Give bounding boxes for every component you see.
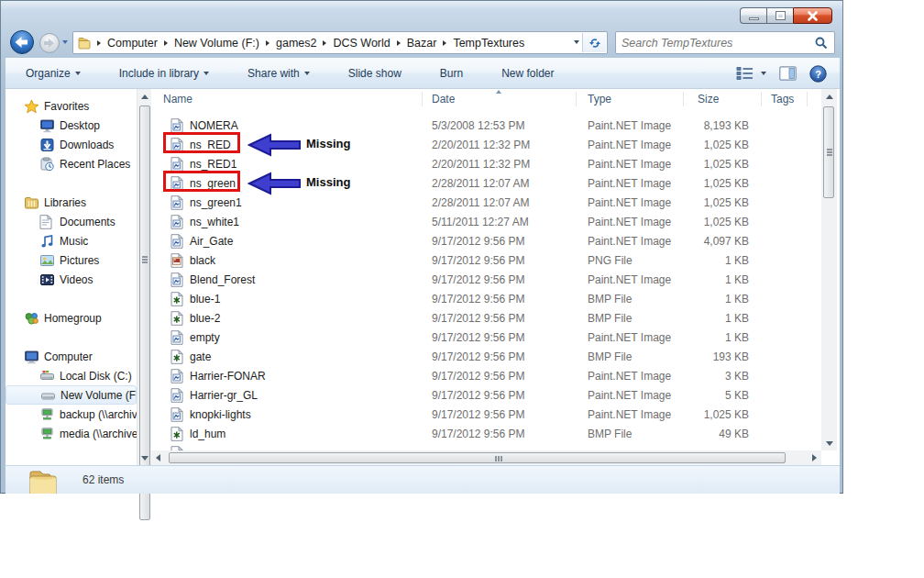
refresh-button[interactable] bbox=[582, 33, 606, 52]
pictures-icon bbox=[39, 253, 55, 268]
file-row[interactable]: ns_RED2/20/2011 12:32 PMPaint.NET Image1… bbox=[150, 135, 821, 154]
file-name: ns_white1 bbox=[190, 216, 239, 228]
documents-icon bbox=[39, 215, 55, 229]
column-header-name[interactable]: Name bbox=[150, 91, 423, 107]
breadcrumb-item[interactable]: TempTextures bbox=[448, 37, 529, 50]
sidebar-group-libraries[interactable]: Libraries bbox=[6, 193, 137, 212]
file-size: 3 KB bbox=[684, 370, 762, 383]
sidebar-item-label: Music bbox=[60, 235, 88, 248]
file-row[interactable]: empty9/17/2012 9:56 PMPaint.NET Image1 K… bbox=[150, 328, 821, 347]
list-horizontal-scrollbar[interactable] bbox=[150, 450, 821, 465]
list-vertical-scrollbar[interactable] bbox=[821, 89, 837, 450]
breadcrumb-item[interactable]: New Volume (F:) bbox=[170, 37, 264, 50]
sidebar-group-gap bbox=[6, 443, 137, 462]
address-dropdown-icon[interactable] bbox=[574, 40, 579, 44]
breadcrumb-item[interactable]: games2 bbox=[271, 37, 321, 50]
views-dropdown-icon bbox=[761, 72, 766, 75]
file-name: ns_green1 bbox=[190, 196, 242, 209]
file-name: Harrier-gr_GL bbox=[190, 389, 258, 402]
sidebar-item-documents[interactable]: Documents bbox=[6, 212, 137, 231]
file-name: knopki-lights bbox=[190, 408, 251, 421]
sidebar-item-pictures[interactable]: Pictures bbox=[6, 250, 137, 270]
sidebar-item-music[interactable]: Music bbox=[6, 231, 137, 250]
forward-button[interactable] bbox=[38, 32, 60, 54]
scroll-right-icon[interactable] bbox=[812, 454, 817, 461]
toolbar-button-slide-show[interactable]: Slide show bbox=[339, 62, 411, 84]
sidebar-item-label: Local Disk (C:) bbox=[60, 370, 132, 383]
sidebar-item-label: Recent Places bbox=[60, 158, 130, 171]
file-row[interactable]: ld_hum9/17/2012 9:56 PMBMP File49 KB bbox=[150, 424, 821, 443]
column-header-type[interactable]: Type bbox=[577, 91, 684, 107]
navigation-bar: ComputerNew Volume (F:)games2DCS WorldBa… bbox=[1, 27, 842, 58]
search-icon[interactable] bbox=[815, 37, 828, 50]
sidebar-item-media-archive[interactable]: media (\\archive bbox=[6, 424, 137, 443]
sidebar-item-desktop[interactable]: Desktop bbox=[6, 116, 137, 135]
file-name: ld_hum bbox=[190, 428, 226, 440]
help-button[interactable]: ? bbox=[809, 65, 827, 83]
sidebar-item-recent-places[interactable]: Recent Places bbox=[6, 154, 137, 173]
address-folder-icon bbox=[78, 37, 94, 50]
search-input[interactable] bbox=[616, 37, 815, 50]
sidebar-item-backup-archiv[interactable]: backup (\\archiv bbox=[6, 405, 137, 424]
sidebar-item-local-disk-c-[interactable]: Local Disk (C:) bbox=[6, 366, 137, 385]
bmp-file-icon bbox=[170, 350, 183, 364]
toolbar-button-label: Organize bbox=[26, 67, 71, 80]
sidebar-item-downloads[interactable]: Downloads bbox=[6, 135, 137, 154]
file-date: 5/11/2011 12:27 AM bbox=[423, 216, 577, 228]
list-scrollbar-thumb[interactable] bbox=[823, 106, 834, 198]
sidebar-group-favorites[interactable]: Favorites bbox=[6, 96, 137, 116]
missing-label: Missing bbox=[306, 137, 350, 150]
toolbar-button-burn[interactable]: Burn bbox=[431, 62, 472, 84]
sidebar-group-computer[interactable]: Computer bbox=[6, 347, 137, 366]
sidebar-item-new-volume-f-[interactable]: New Volume (F:) bbox=[6, 385, 137, 405]
file-row[interactable]: ns_green2/28/2011 12:07 AMPaint.NET Imag… bbox=[150, 173, 821, 193]
toolbar-button-organize[interactable]: Organize bbox=[16, 62, 90, 84]
toolbar-button-label: Burn bbox=[440, 67, 463, 80]
file-name-cell: blue-2 bbox=[150, 311, 423, 326]
column-header-tags[interactable]: Tags bbox=[762, 91, 821, 107]
file-name: blue-2 bbox=[190, 312, 220, 325]
close-button[interactable] bbox=[793, 7, 832, 24]
column-header-size[interactable]: Size bbox=[684, 91, 762, 107]
sidebar-scrollbar[interactable] bbox=[137, 89, 151, 465]
scroll-up-icon[interactable] bbox=[826, 94, 833, 99]
file-date: 9/17/2012 9:56 PM bbox=[423, 350, 577, 363]
scroll-up-icon[interactable] bbox=[141, 94, 148, 99]
toolbar-button-new-folder[interactable]: New folder bbox=[492, 62, 563, 84]
scroll-down-icon[interactable] bbox=[141, 456, 148, 461]
breadcrumb-item[interactable]: DCS World bbox=[328, 37, 394, 50]
file-row[interactable]: Harrier-gr_GL9/17/2012 9:56 PMPaint.NET … bbox=[150, 385, 821, 405]
file-row[interactable]: gate9/17/2012 9:56 PMBMP File193 KB bbox=[150, 347, 821, 366]
file-row[interactable]: knopki-lights9/17/2012 9:56 PMPaint.NET … bbox=[150, 405, 821, 424]
breadcrumb-item[interactable]: Bazar bbox=[402, 37, 442, 50]
maximize-button[interactable] bbox=[766, 7, 793, 24]
file-date: 9/17/2012 9:56 PM bbox=[423, 273, 577, 286]
file-row[interactable]: blue-29/17/2012 9:56 PMBMP File1 KB bbox=[150, 308, 821, 328]
scroll-down-icon[interactable] bbox=[826, 441, 833, 446]
minimize-button[interactable] bbox=[740, 7, 766, 24]
preview-pane-button[interactable] bbox=[779, 66, 797, 81]
downloads-icon bbox=[39, 138, 55, 152]
toolbar-button-include-in-library[interactable]: Include in library bbox=[110, 62, 218, 84]
breadcrumb-item[interactable]: Computer bbox=[103, 37, 162, 50]
file-size: 1 KB bbox=[684, 273, 762, 286]
scroll-left-icon[interactable] bbox=[156, 454, 160, 461]
file-type: BMP File bbox=[577, 428, 684, 440]
recent-pages-dropdown-icon[interactable] bbox=[62, 40, 68, 44]
toolbar-button-share-with[interactable]: Share with bbox=[238, 62, 319, 84]
file-row[interactable]: Blend_Forest9/17/2012 9:56 PMPaint.NET I… bbox=[150, 270, 821, 289]
file-row[interactable]: Harrier-FONAR9/17/2012 9:56 PMPaint.NET … bbox=[150, 366, 821, 385]
back-button[interactable] bbox=[9, 29, 35, 55]
file-row[interactable]: blue-19/17/2012 9:56 PMBMP File1 KB bbox=[150, 289, 821, 308]
sidebar-item-videos[interactable]: Videos bbox=[6, 270, 137, 289]
sidebar-group-homegroup[interactable]: Homegroup bbox=[6, 308, 137, 328]
file-row[interactable]: Air_Gate9/17/2012 9:56 PMPaint.NET Image… bbox=[150, 231, 821, 250]
address-bar[interactable]: ComputerNew Volume (F:)games2DCS WorldBa… bbox=[72, 31, 608, 54]
file-row[interactable]: black9/17/2012 9:56 PMPNG File1 KB bbox=[150, 250, 821, 270]
toolbar-button-label: Share with bbox=[248, 67, 300, 80]
views-button[interactable] bbox=[735, 66, 766, 81]
file-row[interactable] bbox=[150, 443, 821, 450]
horizontal-scrollbar-thumb[interactable] bbox=[169, 452, 786, 463]
file-row[interactable]: ns_white15/11/2011 12:27 AMPaint.NET Ima… bbox=[150, 212, 821, 231]
title-bar[interactable] bbox=[1, 1, 842, 27]
